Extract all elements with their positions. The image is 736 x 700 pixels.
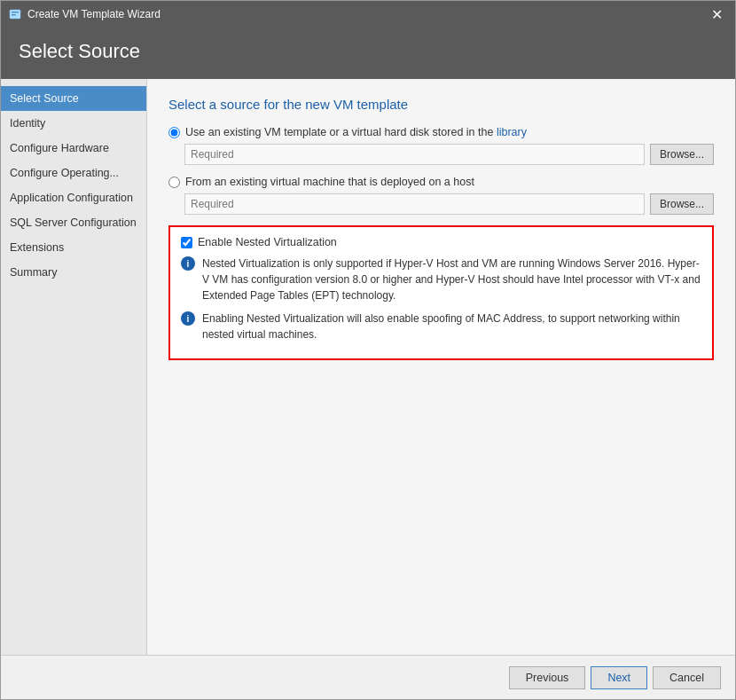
- option1-row: Use an existing VM template or a virtual…: [168, 126, 714, 138]
- title-bar-title: Create VM Template Wizard: [27, 8, 161, 20]
- nested-virt-label[interactable]: Enable Nested Virtualization: [198, 236, 337, 248]
- wizard-header-title: Select Source: [19, 40, 717, 63]
- option2-text-input[interactable]: [184, 193, 645, 215]
- nested-virt-info1-row: i Nested Virtualization is only supporte…: [181, 256, 701, 303]
- option1-label[interactable]: Use an existing VM template or a virtual…: [185, 126, 527, 138]
- sidebar-item-configure-operating[interactable]: Configure Operating...: [1, 161, 146, 185]
- option1-browse-button[interactable]: Browse...: [650, 144, 714, 165]
- option2-browse-button[interactable]: Browse...: [650, 193, 714, 215]
- sidebar-item-application-configuration[interactable]: Application Configuration: [1, 185, 146, 210]
- nested-virt-info1-text: Nested Virtualization is only supported …: [202, 256, 701, 303]
- svg-rect-3: [12, 14, 16, 16]
- next-button[interactable]: Next: [591, 666, 647, 689]
- sidebar-item-select-source[interactable]: Select Source: [1, 86, 146, 111]
- option1-text-input[interactable]: [184, 144, 645, 165]
- nested-virt-info2-row: i Enabling Nested Virtualization will al…: [181, 311, 701, 342]
- nested-virt-info2-text: Enabling Nested Virtualization will also…: [202, 311, 701, 342]
- info2-icon: i: [181, 311, 195, 326]
- option2-row: From an existing virtual machine that is…: [168, 176, 714, 188]
- option2-radio[interactable]: [168, 177, 180, 188]
- wizard-header: Select Source: [1, 28, 735, 79]
- cancel-button[interactable]: Cancel: [653, 666, 721, 689]
- info1-icon: i: [181, 256, 195, 271]
- title-bar-left: Create VM Template Wizard: [8, 7, 161, 21]
- sidebar-item-sql-server-configuration[interactable]: SQL Server Configuration: [1, 210, 146, 235]
- sidebar: Select Source Identity Configure Hardwar…: [1, 79, 147, 655]
- nested-virt-checkbox[interactable]: [181, 237, 192, 248]
- title-bar: Create VM Template Wizard ✕: [1, 1, 735, 28]
- option1-radio[interactable]: [168, 127, 180, 138]
- nested-virt-checkbox-row: Enable Nested Virtualization: [181, 236, 701, 248]
- wizard-body: Select Source Identity Configure Hardwar…: [1, 79, 735, 655]
- wizard-window: Create VM Template Wizard ✕ Select Sourc…: [0, 0, 736, 700]
- sidebar-item-identity[interactable]: Identity: [1, 111, 146, 136]
- option2-label[interactable]: From an existing virtual machine that is…: [185, 176, 474, 188]
- option2-input-row: Browse...: [184, 193, 714, 215]
- main-content-title: Select a source for the new VM template: [168, 97, 714, 112]
- sidebar-item-summary[interactable]: Summary: [1, 260, 146, 285]
- close-button[interactable]: ✕: [705, 5, 728, 23]
- library-link: library: [497, 126, 527, 138]
- wizard-icon: [8, 7, 22, 21]
- option1-input-row: Browse...: [184, 144, 714, 165]
- svg-rect-2: [12, 12, 19, 13]
- sidebar-item-extensions[interactable]: Extensions: [1, 235, 146, 260]
- previous-button[interactable]: Previous: [509, 666, 586, 689]
- main-content: Select a source for the new VM template …: [147, 79, 735, 655]
- sidebar-item-configure-hardware[interactable]: Configure Hardware: [1, 136, 146, 161]
- nested-virtualization-box: Enable Nested Virtualization i Nested Vi…: [168, 225, 714, 360]
- wizard-footer: Previous Next Cancel: [1, 655, 735, 699]
